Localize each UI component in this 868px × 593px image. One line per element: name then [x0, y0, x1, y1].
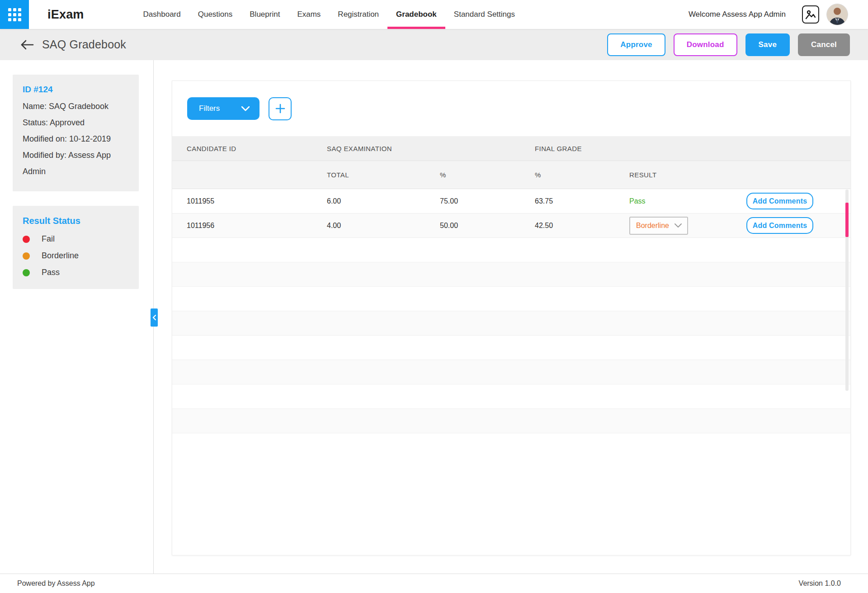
- back-arrow-icon[interactable]: [20, 39, 34, 50]
- pass-dot-icon: [23, 269, 30, 276]
- candidate-id-cell: 1011956: [172, 213, 312, 238]
- main-nav: Dashboard Questions Blueprint Exams Regi…: [135, 0, 524, 29]
- footer-powered-by: Powered by Assess App: [17, 579, 95, 588]
- footer-version: Version 1.0.0: [799, 579, 841, 588]
- sidebar-collapse-handle[interactable]: [151, 308, 158, 327]
- total-cell: 6.00: [312, 189, 425, 213]
- table-scrollbar-thumb[interactable]: [845, 203, 849, 237]
- fail-label: Fail: [42, 234, 55, 244]
- borderline-dot-icon: [23, 252, 30, 260]
- empty-table-row: [172, 409, 850, 433]
- gradebook-modified-by: Modified by: Assess App Admin: [23, 147, 129, 180]
- empty-table-row: [172, 287, 850, 311]
- subheader-actions-empty: [732, 161, 850, 189]
- nav-registration[interactable]: Registration: [329, 0, 387, 29]
- chevron-down-icon: [241, 106, 250, 111]
- avatar[interactable]: [826, 4, 848, 25]
- subheader-pct: %: [425, 161, 520, 189]
- final-pct-cell: 42.50: [520, 213, 615, 238]
- result-cell: Borderline: [615, 213, 732, 238]
- chevron-down-icon: [675, 223, 682, 228]
- candidate-id-cell: 1011955: [172, 189, 312, 213]
- gradebook-table-card: Filters CANDIDATE ID SAQ EXAMINATION FIN…: [172, 81, 851, 555]
- empty-table-row: [172, 311, 850, 336]
- nav-exams[interactable]: Exams: [288, 0, 329, 29]
- col-header-candidate-id: CANDIDATE ID: [172, 136, 312, 161]
- actions-cell: Add Comments: [732, 213, 850, 238]
- gradebook-table: CANDIDATE ID SAQ EXAMINATION FINAL GRADE…: [172, 136, 850, 433]
- nav-dashboard[interactable]: Dashboard: [135, 0, 189, 29]
- table-scrollbar-track[interactable]: [845, 190, 849, 391]
- header-actions: Approve Download Save Cancel: [607, 33, 850, 56]
- fail-dot-icon: [23, 236, 30, 243]
- borderline-label: Borderline: [42, 251, 79, 261]
- filters-button[interactable]: Filters: [187, 97, 259, 120]
- subheader-result: RESULT: [615, 161, 732, 189]
- top-navigation-bar: iExam Dashboard Questions Blueprint Exam…: [0, 0, 868, 29]
- page-title: SAQ Gradebook: [42, 38, 126, 51]
- subheader-final-pct: %: [520, 161, 615, 189]
- empty-table-row: [172, 360, 850, 384]
- topbar-right: Welcome Assess App Admin: [689, 4, 868, 25]
- page-footer: Powered by Assess App Version 1.0.0: [0, 574, 868, 593]
- pct-cell: 50.00: [425, 213, 520, 238]
- add-filter-button[interactable]: [269, 97, 292, 120]
- result-cell: Pass: [615, 189, 732, 213]
- pct-cell: 75.00: [425, 189, 520, 213]
- add-comments-button[interactable]: Add Comments: [746, 217, 813, 234]
- filters-label: Filters: [199, 104, 220, 113]
- empty-table-row: [172, 238, 850, 262]
- table-toolbar: Filters: [172, 81, 850, 136]
- legend-borderline: Borderline: [23, 251, 129, 261]
- gradebook-status: Status: Approved: [23, 114, 129, 131]
- result-status-title: Result Status: [23, 216, 129, 226]
- chevron-left-icon: [152, 315, 156, 320]
- result-pass-text: Pass: [629, 197, 646, 205]
- subheader-total: TOTAL: [312, 161, 425, 189]
- gradebook-name: Name: SAQ Gradebook: [23, 98, 129, 114]
- download-button[interactable]: Download: [674, 33, 737, 56]
- cancel-button[interactable]: Cancel: [798, 33, 850, 56]
- result-status-card: Result Status Fail Borderline Pass: [13, 206, 139, 289]
- add-comments-button[interactable]: Add Comments: [746, 193, 813, 209]
- result-dropdown-value: Borderline: [636, 222, 669, 230]
- result-dropdown[interactable]: Borderline: [629, 217, 688, 235]
- plus-icon: [275, 103, 286, 114]
- nav-standard-settings[interactable]: Standard Settings: [445, 0, 524, 29]
- total-cell: 4.00: [312, 213, 425, 238]
- subheader-empty: [172, 161, 312, 189]
- page-header: SAQ Gradebook Approve Download Save Canc…: [0, 29, 868, 60]
- nav-questions[interactable]: Questions: [189, 0, 241, 29]
- col-header-saq-examination: SAQ EXAMINATION: [312, 136, 520, 161]
- image-icon[interactable]: [802, 5, 819, 24]
- gradebook-info-card: ID #124 Name: SAQ Gradebook Status: Appr…: [13, 75, 139, 191]
- app-logo[interactable]: iExam: [47, 8, 84, 22]
- approve-button[interactable]: Approve: [607, 33, 665, 56]
- empty-table-row: [172, 336, 850, 360]
- save-button[interactable]: Save: [745, 33, 790, 56]
- nav-gradebook[interactable]: Gradebook: [387, 0, 445, 29]
- empty-table-row: [172, 384, 850, 409]
- welcome-text: Welcome Assess App Admin: [689, 10, 786, 19]
- empty-table-row: [172, 262, 850, 287]
- sidebar: ID #124 Name: SAQ Gradebook Status: Appr…: [0, 60, 154, 574]
- legend-pass: Pass: [23, 268, 129, 277]
- col-header-final-grade: FINAL GRADE: [520, 136, 850, 161]
- legend-fail: Fail: [23, 234, 129, 244]
- app-grid-icon[interactable]: [0, 0, 29, 29]
- actions-cell: Add Comments: [732, 189, 850, 213]
- final-pct-cell: 63.75: [520, 189, 615, 213]
- nav-blueprint[interactable]: Blueprint: [241, 0, 288, 29]
- pass-label: Pass: [42, 268, 60, 277]
- gradebook-id: ID #124: [23, 85, 129, 95]
- gradebook-modified-on: Modified on: 10-12-2019: [23, 131, 129, 147]
